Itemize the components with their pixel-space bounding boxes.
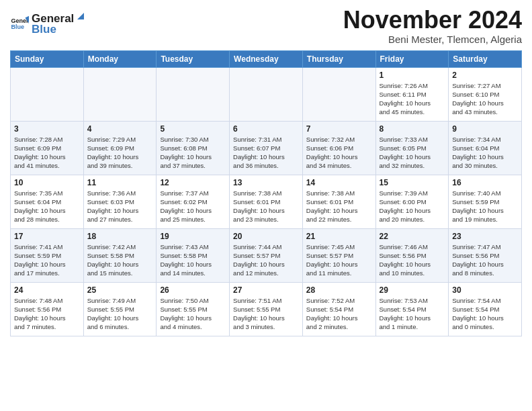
day-number: 10 xyxy=(14,178,80,187)
day-info: Sunrise: 7:53 AM Sunset: 5:54 PM Dayligh… xyxy=(380,296,445,332)
day-number: 18 xyxy=(87,232,153,241)
calendar-cell: 10Sunrise: 7:35 AM Sunset: 6:04 PM Dayli… xyxy=(11,175,84,228)
day-number: 23 xyxy=(452,232,518,241)
calendar-cell: 24Sunrise: 7:48 AM Sunset: 5:56 PM Dayli… xyxy=(11,282,84,336)
calendar-cell: 7Sunrise: 7:32 AM Sunset: 6:06 PM Daylig… xyxy=(302,121,375,175)
weekday-header: Friday xyxy=(375,50,449,67)
day-number: 6 xyxy=(233,124,299,134)
day-number: 20 xyxy=(233,232,299,241)
calendar-cell: 12Sunrise: 7:37 AM Sunset: 6:02 PM Dayli… xyxy=(157,175,230,228)
day-info: Sunrise: 7:36 AM Sunset: 6:03 PM Dayligh… xyxy=(87,189,153,224)
day-number: 25 xyxy=(87,285,153,295)
calendar-cell: 19Sunrise: 7:43 AM Sunset: 5:58 PM Dayli… xyxy=(157,228,230,282)
day-info: Sunrise: 7:42 AM Sunset: 5:58 PM Dayligh… xyxy=(87,242,153,278)
calendar-cell: 30Sunrise: 7:54 AM Sunset: 5:54 PM Dayli… xyxy=(449,282,522,336)
day-number: 28 xyxy=(306,285,372,295)
day-number: 13 xyxy=(233,178,299,187)
calendar-cell: 9Sunrise: 7:34 AM Sunset: 6:04 PM Daylig… xyxy=(449,121,522,175)
calendar-cell: 4Sunrise: 7:29 AM Sunset: 6:09 PM Daylig… xyxy=(83,121,157,175)
day-number: 29 xyxy=(380,285,445,295)
day-info: Sunrise: 7:41 AM Sunset: 5:59 PM Dayligh… xyxy=(14,242,80,278)
day-info: Sunrise: 7:49 AM Sunset: 5:55 PM Dayligh… xyxy=(87,296,153,332)
day-info: Sunrise: 7:38 AM Sunset: 6:01 PM Dayligh… xyxy=(306,189,372,224)
day-info: Sunrise: 7:38 AM Sunset: 6:01 PM Dayligh… xyxy=(233,189,299,224)
day-info: Sunrise: 7:44 AM Sunset: 5:57 PM Dayligh… xyxy=(233,242,299,278)
calendar-cell: 17Sunrise: 7:41 AM Sunset: 5:59 PM Dayli… xyxy=(11,228,84,282)
calendar-cell xyxy=(11,67,84,121)
day-number: 26 xyxy=(160,285,226,295)
calendar-cell: 29Sunrise: 7:53 AM Sunset: 5:54 PM Dayli… xyxy=(375,282,449,336)
day-number: 17 xyxy=(14,232,80,241)
calendar-cell xyxy=(230,67,303,121)
day-info: Sunrise: 7:35 AM Sunset: 6:04 PM Dayligh… xyxy=(14,189,80,224)
day-info: Sunrise: 7:33 AM Sunset: 6:05 PM Dayligh… xyxy=(380,135,445,171)
calendar-cell: 11Sunrise: 7:36 AM Sunset: 6:03 PM Dayli… xyxy=(83,175,157,228)
logo: General Blue General Blue xyxy=(10,10,87,36)
calendar-cell: 20Sunrise: 7:44 AM Sunset: 5:57 PM Dayli… xyxy=(230,228,303,282)
day-info: Sunrise: 7:31 AM Sunset: 6:07 PM Dayligh… xyxy=(233,135,299,171)
calendar-cell: 13Sunrise: 7:38 AM Sunset: 6:01 PM Dayli… xyxy=(230,175,303,228)
day-info: Sunrise: 7:39 AM Sunset: 6:00 PM Dayligh… xyxy=(380,189,445,224)
calendar-cell: 28Sunrise: 7:52 AM Sunset: 5:54 PM Dayli… xyxy=(302,282,375,336)
day-number: 12 xyxy=(160,178,226,187)
day-number: 9 xyxy=(452,124,518,134)
day-number: 11 xyxy=(87,178,153,187)
day-info: Sunrise: 7:47 AM Sunset: 5:56 PM Dayligh… xyxy=(452,242,518,278)
day-number: 27 xyxy=(233,285,299,295)
calendar-cell: 2Sunrise: 7:27 AM Sunset: 6:10 PM Daylig… xyxy=(449,67,522,121)
calendar-cell: 15Sunrise: 7:39 AM Sunset: 6:00 PM Dayli… xyxy=(375,175,449,228)
day-info: Sunrise: 7:28 AM Sunset: 6:09 PM Dayligh… xyxy=(14,135,80,171)
day-number: 21 xyxy=(306,232,372,241)
day-info: Sunrise: 7:37 AM Sunset: 6:02 PM Dayligh… xyxy=(160,189,226,224)
weekday-header: Monday xyxy=(83,50,157,67)
day-number: 14 xyxy=(306,178,372,187)
calendar-cell: 6Sunrise: 7:31 AM Sunset: 6:07 PM Daylig… xyxy=(230,121,303,175)
day-info: Sunrise: 7:26 AM Sunset: 6:11 PM Dayligh… xyxy=(380,81,445,117)
location-subtitle: Beni Mester, Tlemcen, Algeria xyxy=(343,34,522,45)
day-number: 2 xyxy=(452,71,518,80)
day-number: 3 xyxy=(14,124,80,134)
day-info: Sunrise: 7:51 AM Sunset: 5:55 PM Dayligh… xyxy=(233,296,299,332)
day-info: Sunrise: 7:32 AM Sunset: 6:06 PM Dayligh… xyxy=(306,135,372,171)
calendar-cell: 1Sunrise: 7:26 AM Sunset: 6:11 PM Daylig… xyxy=(375,67,449,121)
calendar-cell xyxy=(157,67,230,121)
weekday-header: Wednesday xyxy=(230,50,303,67)
calendar-cell: 18Sunrise: 7:42 AM Sunset: 5:58 PM Dayli… xyxy=(83,228,157,282)
calendar-cell: 25Sunrise: 7:49 AM Sunset: 5:55 PM Dayli… xyxy=(83,282,157,336)
day-number: 5 xyxy=(160,124,226,134)
calendar-cell: 5Sunrise: 7:30 AM Sunset: 6:08 PM Daylig… xyxy=(157,121,230,175)
day-info: Sunrise: 7:27 AM Sunset: 6:10 PM Dayligh… xyxy=(452,81,518,117)
day-info: Sunrise: 7:48 AM Sunset: 5:56 PM Dayligh… xyxy=(14,296,80,332)
day-number: 16 xyxy=(452,178,518,187)
weekday-header: Sunday xyxy=(11,50,84,67)
weekday-header: Thursday xyxy=(302,50,375,67)
day-info: Sunrise: 7:40 AM Sunset: 5:59 PM Dayligh… xyxy=(452,189,518,224)
day-number: 24 xyxy=(14,285,80,295)
day-info: Sunrise: 7:43 AM Sunset: 5:58 PM Dayligh… xyxy=(160,242,226,278)
title-block: November 2024 Beni Mester, Tlemcen, Alge… xyxy=(343,7,522,45)
day-number: 8 xyxy=(380,124,445,134)
calendar-cell: 16Sunrise: 7:40 AM Sunset: 5:59 PM Dayli… xyxy=(449,175,522,228)
day-number: 7 xyxy=(306,124,372,134)
calendar-cell xyxy=(83,67,157,121)
day-number: 19 xyxy=(160,232,226,241)
logo-triangle-icon xyxy=(75,10,87,22)
month-title: November 2024 xyxy=(343,7,522,34)
logo-icon: General Blue xyxy=(10,14,29,33)
calendar-cell: 26Sunrise: 7:50 AM Sunset: 5:55 PM Dayli… xyxy=(157,282,230,336)
svg-marker-4 xyxy=(77,13,84,19)
weekday-header: Tuesday xyxy=(157,50,230,67)
calendar-table: SundayMondayTuesdayWednesdayThursdayFrid… xyxy=(10,50,522,336)
day-info: Sunrise: 7:50 AM Sunset: 5:55 PM Dayligh… xyxy=(160,296,226,332)
calendar-container: General Blue General Blue November 2024 … xyxy=(0,0,532,343)
calendar-cell: 21Sunrise: 7:45 AM Sunset: 5:57 PM Dayli… xyxy=(302,228,375,282)
day-info: Sunrise: 7:34 AM Sunset: 6:04 PM Dayligh… xyxy=(452,135,518,171)
day-number: 30 xyxy=(452,285,518,295)
day-info: Sunrise: 7:54 AM Sunset: 5:54 PM Dayligh… xyxy=(452,296,518,332)
header: General Blue General Blue November 2024 … xyxy=(10,7,522,45)
day-info: Sunrise: 7:29 AM Sunset: 6:09 PM Dayligh… xyxy=(87,135,153,171)
day-info: Sunrise: 7:52 AM Sunset: 5:54 PM Dayligh… xyxy=(306,296,372,332)
calendar-cell: 23Sunrise: 7:47 AM Sunset: 5:56 PM Dayli… xyxy=(449,228,522,282)
calendar-cell: 14Sunrise: 7:38 AM Sunset: 6:01 PM Dayli… xyxy=(302,175,375,228)
calendar-cell: 8Sunrise: 7:33 AM Sunset: 6:05 PM Daylig… xyxy=(375,121,449,175)
